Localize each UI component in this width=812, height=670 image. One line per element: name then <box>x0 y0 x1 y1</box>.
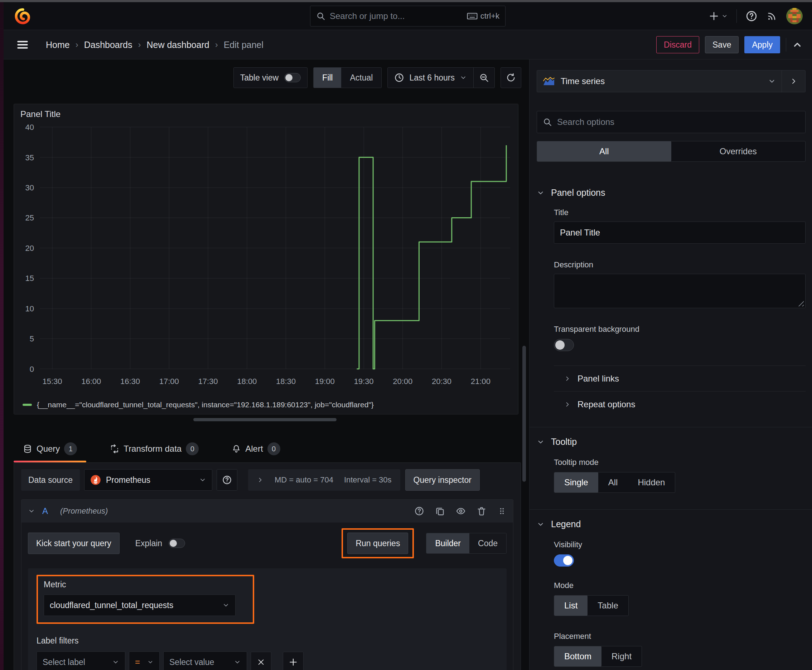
panel-links-label: Panel links <box>578 374 619 384</box>
legend-list-option[interactable]: List <box>554 596 588 616</box>
chevron-up-icon[interactable] <box>792 39 803 50</box>
run-queries-button[interactable]: Run queries <box>347 533 408 554</box>
svg-text:19:30: 19:30 <box>354 377 373 386</box>
datasource-help-button[interactable] <box>217 469 237 491</box>
user-avatar[interactable] <box>786 8 803 24</box>
search-placeholder: Search or jump to... <box>330 11 463 21</box>
tab-transform-data[interactable]: Transform data 0 <box>101 435 208 462</box>
tooltip-single-option[interactable]: Single <box>554 472 598 492</box>
visualization-picker[interactable]: Time series <box>537 71 781 92</box>
global-search-input[interactable]: Search or jump to... ctrl+k <box>310 6 505 27</box>
refresh-icon <box>506 73 516 83</box>
svg-text:18:00: 18:00 <box>237 377 257 386</box>
breadcrumb-dashboards[interactable]: Dashboards <box>84 40 132 50</box>
legend-visibility-toggle[interactable] <box>554 554 574 567</box>
editor-tabs: Query 1 Transform data 0 Alert 0 <box>14 435 290 462</box>
grafana-logo-icon[interactable] <box>14 7 32 25</box>
breadcrumb-separator: › <box>138 40 141 50</box>
chevron-down-icon <box>28 508 35 515</box>
metric-select[interactable]: cloudflared_tunnel_total_requests <box>44 594 236 616</box>
visibility-label: Visibility <box>554 540 805 549</box>
query-ref-datasource: (Prometheus) <box>60 506 108 516</box>
query-row-header[interactable]: A (Prometheus) <box>22 500 513 523</box>
breadcrumb-new-dashboard[interactable]: New dashboard <box>147 40 209 50</box>
overrides-tab[interactable]: Overrides <box>671 141 805 161</box>
apply-button[interactable]: Apply <box>744 36 780 53</box>
panel-title-input[interactable] <box>554 222 805 244</box>
panel-links-section[interactable]: Panel links <box>554 365 805 391</box>
tooltip-all-option[interactable]: All <box>598 472 628 492</box>
description-textarea[interactable] <box>554 274 805 308</box>
timeseries-viz-icon <box>543 76 555 86</box>
builder-option[interactable]: Builder <box>426 533 470 553</box>
new-menu-button[interactable] <box>709 11 728 22</box>
zoom-out-button[interactable] <box>474 68 495 88</box>
operator-dropdown[interactable]: = <box>129 651 160 670</box>
chart-area[interactable]: 051015202530354015:3016:0016:3017:0017:3… <box>16 121 515 391</box>
clock-icon <box>394 73 404 83</box>
svg-text:19:00: 19:00 <box>315 377 335 386</box>
help-button[interactable] <box>746 10 758 22</box>
tab-alert[interactable]: Alert 0 <box>222 435 289 462</box>
tooltip-hidden-option[interactable]: Hidden <box>627 472 675 492</box>
chart-legend[interactable]: {__name__="cloudflared_tunnel_total_requ… <box>22 401 374 409</box>
all-tab[interactable]: All <box>537 141 671 161</box>
chevron-down-icon <box>537 438 544 446</box>
news-button[interactable] <box>766 10 778 22</box>
explain-toggle[interactable] <box>169 539 185 548</box>
transparent-background-toggle[interactable] <box>554 339 574 351</box>
query-inspector-button[interactable]: Query inspector <box>405 469 480 491</box>
datasource-picker[interactable]: Prometheus <box>84 469 212 491</box>
add-filter-button[interactable] <box>283 652 303 670</box>
resize-handle[interactable] <box>193 418 337 421</box>
actual-option[interactable]: Actual <box>341 68 381 88</box>
duplicate-icon[interactable] <box>435 506 445 516</box>
legend-table-option[interactable]: Table <box>588 596 628 616</box>
table-view-toggle[interactable] <box>284 73 301 82</box>
time-range-label: Last 6 hours <box>409 73 455 83</box>
time-range-picker[interactable]: Last 6 hours <box>388 68 473 88</box>
chevron-down-icon <box>768 77 776 85</box>
placement-bottom-option[interactable]: Bottom <box>554 646 602 667</box>
section-divider <box>529 509 812 510</box>
search-icon <box>543 117 552 127</box>
breadcrumb-home[interactable]: Home <box>46 40 70 50</box>
legend-header[interactable]: Legend <box>537 519 805 530</box>
remove-filter-button[interactable] <box>251 652 271 670</box>
collapse-options-button[interactable] <box>781 71 805 92</box>
search-options-input[interactable]: Search options <box>537 111 805 133</box>
select-label-placeholder: Select label <box>42 658 85 667</box>
svg-text:20:30: 20:30 <box>432 377 451 386</box>
refresh-button[interactable] <box>500 67 521 88</box>
placement-right-option[interactable]: Right <box>602 646 642 667</box>
help-circle-icon[interactable] <box>414 506 424 516</box>
tooltip-header[interactable]: Tooltip <box>537 437 805 447</box>
query-options-collapsed[interactable]: MD = auto = 704 Interval = 30s <box>248 469 400 491</box>
kick-start-button[interactable]: Kick start your query <box>28 533 120 554</box>
menu-icon[interactable] <box>16 38 29 52</box>
tab-query[interactable]: Query 1 <box>14 435 86 462</box>
select-value-placeholder: Select value <box>170 658 214 667</box>
drag-handle-icon[interactable] <box>497 506 507 516</box>
legend-header-label: Legend <box>551 519 581 530</box>
tab-transform-badge: 0 <box>186 442 199 455</box>
discard-button[interactable]: Discard <box>656 36 699 53</box>
select-value-dropdown[interactable]: Select value <box>163 651 247 670</box>
fill-option[interactable]: Fill <box>314 68 341 88</box>
repeat-options-section[interactable]: Repeat options <box>554 391 805 417</box>
chevron-down-icon <box>147 659 154 665</box>
panel-options-header[interactable]: Panel options <box>537 188 805 198</box>
legend-placement-label: Placement <box>554 632 805 641</box>
main-scrollbar[interactable] <box>522 346 526 482</box>
time-range-group: Last 6 hours <box>387 67 495 88</box>
shortcut-label: ctrl+k <box>480 12 500 21</box>
select-label-dropdown[interactable]: Select label <box>37 651 125 670</box>
eye-icon[interactable] <box>456 506 466 516</box>
resize-grip-icon[interactable] <box>798 301 804 306</box>
trash-icon[interactable] <box>476 506 487 516</box>
builder-code-segmented: Builder Code <box>426 533 507 554</box>
legend-series-label: {__name__="cloudflared_tunnel_total_requ… <box>37 401 374 409</box>
query-builder-toolbar: Kick start your query Explain Run querie… <box>28 528 507 558</box>
save-button[interactable]: Save <box>705 36 739 53</box>
code-option[interactable]: Code <box>470 533 506 553</box>
